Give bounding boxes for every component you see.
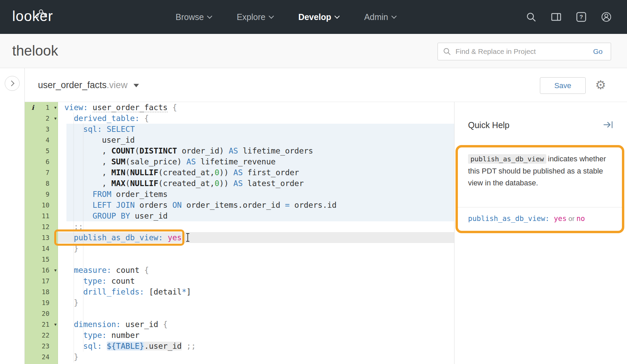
gutter-line[interactable]: 3 [25,124,58,135]
gutter-line[interactable]: 10 [25,200,58,210]
gutter-line[interactable]: 2▾ [25,113,58,124]
code-token: ;; [74,222,83,231]
account-icon[interactable] [601,12,611,22]
nav-item-admin[interactable]: Admin [364,12,396,22]
gutter-line[interactable]: 22 [25,330,58,341]
gutter-line[interactable]: 4 [25,135,58,145]
code-line[interactable]: drill_fields: [detail*] [58,286,454,297]
syntax-reference: publish_as_db_view: yes or no [468,215,585,223]
code-token: * [182,287,186,296]
gutter-line[interactable]: 17 [25,276,58,286]
gutter-line[interactable]: 11 [25,210,58,221]
code-editor[interactable]: i1▾2▾345678910111213141516▾1718192021▾22… [25,102,454,364]
code-line[interactable]: view: user_order_facts { [58,102,454,113]
code-token: MAX [111,179,125,188]
collapse-panel-icon[interactable] [603,121,613,128]
gutter-line[interactable]: 8 [25,178,58,189]
help-icon[interactable]: ? [576,12,586,22]
code-line[interactable] [58,254,454,265]
gutter-line[interactable]: 15 [25,254,58,265]
go-button[interactable]: Go [591,47,605,56]
code-line[interactable]: FROM order_items [58,189,454,200]
code-line[interactable]: } [58,351,454,362]
file-name: user_order_facts [38,80,107,90]
nav-item-browse[interactable]: Browse [176,12,211,22]
code-line[interactable]: , MIN(NULLIF(created_at,0)) AS first_ord… [58,167,454,178]
line-number: 20 [42,308,49,319]
code-token: derived_table: [74,114,140,123]
line-number: 22 [42,330,49,341]
code-line[interactable]: type: number [58,330,454,341]
code-token: .user_id [144,342,182,350]
gutter-line[interactable]: 21▾ [25,319,58,330]
search-icon [443,47,451,56]
gutter-line[interactable]: 13 [25,232,58,243]
code-token [88,103,93,112]
gutter-line[interactable]: 12 [25,221,58,232]
fold-caret-icon[interactable]: ▾ [54,265,57,276]
code-line[interactable]: , MAX(NULLIF(created_at,0)) AS latest_or… [58,178,454,189]
code-line[interactable] [58,308,454,319]
gutter-line[interactable]: 7 [25,167,58,178]
nav-item-explore[interactable]: Explore [237,12,273,22]
line-number: 4 [46,135,49,145]
code-token: } [74,352,79,361]
code-area[interactable]: view: user_order_facts { derived_table: … [58,102,454,364]
code-line[interactable]: LEFT JOIN orders ON order_items.order_id… [58,200,454,210]
fold-caret-icon[interactable]: ▾ [54,102,57,113]
code-token: ( [135,146,140,155]
expand-sidebar-button[interactable] [5,76,20,91]
code-line[interactable]: ;; [58,221,454,232]
logo-atom-icon [34,9,49,19]
code-token [102,342,107,350]
gutter-line[interactable]: 20 [25,308,58,319]
code-line[interactable]: sql: ${TABLE}.user_id ;; [58,341,454,351]
code-token: FROM [93,190,111,199]
code-token: number [107,331,140,340]
code-token: order_items [111,190,167,199]
code-line[interactable]: sql: SELECT [58,124,454,135]
code-line[interactable]: } [58,297,454,308]
gutter-line[interactable]: i1▾ [25,102,58,113]
find-replace-box: Go [438,43,611,60]
code-line[interactable]: measure: count { [58,265,454,276]
gutter-line[interactable]: 14 [25,243,58,254]
svg-text:?: ? [580,14,583,20]
code-token [64,266,74,275]
find-replace-input[interactable] [451,47,585,56]
chevron-down-icon [269,13,274,19]
code-line[interactable]: , COUNT(DISTINCT order_id) AS lifetime_o… [58,145,454,156]
fold-caret-icon[interactable]: ▾ [54,319,57,330]
looker-logo[interactable]: looker [12,8,53,24]
code-line[interactable]: , SUM(sale_price) AS lifetime_revenue [58,156,454,167]
nav-item-develop[interactable]: Develop [298,12,339,22]
code-line[interactable]: } [58,243,454,254]
code-token: count [107,277,135,285]
gutter-line[interactable]: 6 [25,156,58,167]
code-token: 0 [215,179,219,188]
gutter-line[interactable]: 18 [25,286,58,297]
code-line[interactable]: derived_table: { [58,113,454,124]
line-number: 11 [42,210,49,221]
boards-icon[interactable] [551,12,561,22]
gutter-line[interactable]: 5 [25,145,58,156]
code-line[interactable]: type: count [58,276,454,286]
gutter-line[interactable]: 19 [25,297,58,308]
gutter-line[interactable]: 9 [25,189,58,200]
code-line[interactable]: GROUP BY user_id [58,210,454,221]
code-line[interactable]: dimension: user_id { [58,319,454,330]
file-title-dropdown[interactable]: user_order_facts.view [38,80,139,90]
search-icon[interactable] [526,12,536,22]
gutter-line[interactable]: 16▾ [25,265,58,276]
fold-caret-icon[interactable]: ▾ [54,113,57,124]
gear-icon[interactable]: ⚙ [595,78,606,92]
top-nav: looker Browse Explore Develop [0,0,627,34]
save-button[interactable]: Save [540,77,586,94]
code-token: AS [186,157,196,166]
code-token: user_id [121,320,163,329]
gutter-line[interactable]: 23 [25,341,58,351]
code-token: drill_fields: [83,287,144,296]
gutter-line[interactable]: 24 [25,351,58,362]
code-line[interactable]: user_id [58,135,454,145]
code-line[interactable]: publish_as_db_view: yes [58,232,454,243]
